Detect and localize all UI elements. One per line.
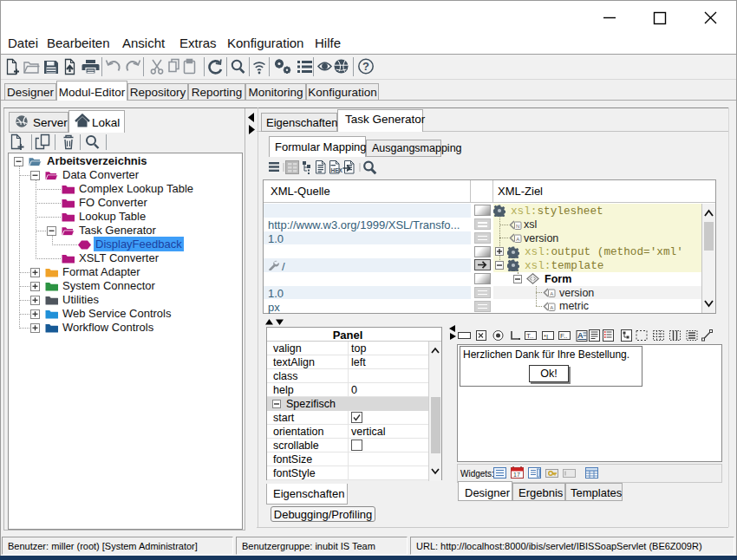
svg-text:A: A [516,237,519,242]
svg-text:17: 17 [513,472,520,478]
svg-text:T..: T.. [526,332,533,340]
svg-text:N: N [516,223,519,228]
svg-text:HEX: HEX [331,167,343,173]
svg-text:?: ? [362,60,369,73]
svg-text:A: A [550,305,553,310]
svg-text:A: A [577,331,584,340]
svg-text:*I: *I [544,333,548,341]
svg-text:F..: F.. [560,332,567,340]
svg-text:A: A [550,291,553,296]
